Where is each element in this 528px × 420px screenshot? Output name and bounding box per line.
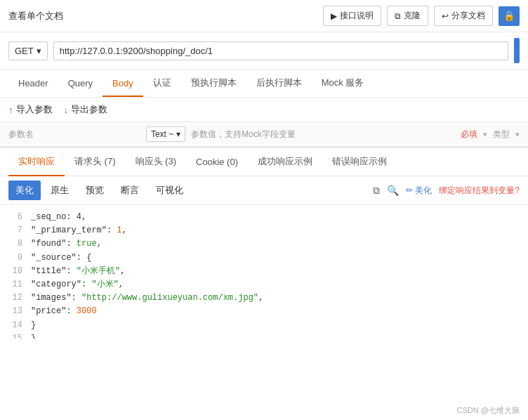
tab-query[interactable]: Query	[58, 71, 103, 97]
resp-action-icons: ⧉ 🔍 ✏ 美化 绑定响应结果到变量?	[373, 185, 520, 197]
code-line: 14}	[8, 319, 520, 332]
param-name-col: 参数名	[8, 129, 140, 140]
line-number: 9	[8, 251, 22, 265]
response-action-bar: 美化原生预览断言可视化 ⧉ 🔍 ✏ 美化 绑定响应结果到变量?	[0, 176, 528, 205]
tab-认证[interactable]: 认证	[143, 70, 181, 98]
clone-icon: ⧉	[395, 11, 401, 21]
api-doc-button[interactable]: ▶ 接口说明	[323, 6, 381, 26]
code-view: 6_seq_no: 4,7"_primary_term": 1,8"found"…	[0, 205, 528, 339]
code-line: 7"_primary_term": 1,	[8, 224, 520, 237]
url-bar: GET ▾	[0, 32, 528, 70]
line-number: 8	[8, 237, 22, 251]
line-content: "_source": {	[31, 251, 520, 265]
copy-icon[interactable]: ⧉	[373, 185, 380, 197]
search-icon[interactable]: 🔍	[387, 185, 399, 196]
view-tab-可视化[interactable]: 可视化	[149, 181, 190, 200]
line-number: 7	[8, 224, 22, 237]
param-value-col: 参数值，支持Mock字段变量	[191, 129, 455, 140]
resp-tab-请求头--7-[interactable]: 请求头 (7)	[65, 148, 126, 176]
resp-tab-响应头--3-[interactable]: 响应头 (3)	[126, 148, 187, 176]
param-type-select[interactable]: Text ~ ▾	[146, 126, 185, 142]
line-number: 12	[8, 291, 22, 305]
chevron-down-icon-2: ▾	[515, 130, 520, 139]
beautify-link[interactable]: ✏ 美化	[406, 185, 432, 197]
code-line: 9"_source": {	[8, 251, 520, 265]
code-line: 6_seq_no: 4,	[8, 211, 520, 224]
code-line: 13"price": 3000	[8, 305, 520, 318]
type-col: 类型	[493, 129, 510, 140]
share-button[interactable]: ↩ 分享文档	[434, 6, 493, 26]
line-content: "images": "http://www.gulixueyuan.com/xm…	[31, 291, 520, 305]
clone-button[interactable]: ⧉ 克隆	[387, 6, 428, 26]
code-line: 15}	[8, 332, 520, 339]
line-number: 13	[8, 305, 22, 318]
export-params-button[interactable]: ↓ 导出参数	[64, 103, 108, 116]
watermark: CSDN @七维大脑	[457, 405, 520, 416]
line-content: }	[31, 332, 520, 339]
tab-后执行脚本[interactable]: 后执行脚本	[246, 70, 312, 98]
params-header: 参数名 Text ~ ▾ 参数值，支持Mock字段变量 必填 ▾ 类型 ▾	[0, 122, 528, 147]
line-number: 14	[8, 319, 22, 332]
send-button[interactable]	[514, 38, 520, 63]
page-title: 查看单个文档	[8, 10, 63, 22]
code-line: 11"category": "小米",	[8, 278, 520, 291]
chevron-down-icon: ▾	[483, 130, 487, 139]
top-bar: 查看单个文档 ▶ 接口说明 ⧉ 克隆 ↩ 分享文档 🔒	[0, 0, 528, 32]
tab-预执行脚本[interactable]: 预执行脚本	[181, 70, 246, 98]
lock-button[interactable]: 🔒	[499, 6, 520, 26]
line-number: 11	[8, 278, 22, 291]
tab-mock-服务[interactable]: Mock 服务	[312, 70, 374, 98]
param-bar: ↑ 导入参数 ↓ 导出参数	[0, 98, 528, 122]
resp-tab-错误响应示例[interactable]: 错误响应示例	[322, 148, 397, 176]
tab-body[interactable]: Body	[103, 71, 143, 97]
line-content: "title": "小米手机",	[31, 265, 520, 278]
share-icon: ↩	[442, 11, 449, 21]
response-section: 实时响应请求头 (7)响应头 (3)Cookie (0)成功响应示例错误响应示例…	[0, 147, 528, 339]
play-icon: ▶	[331, 11, 337, 21]
bind-variable-link[interactable]: 绑定响应结果到变量?	[439, 185, 520, 197]
line-content: "price": 3000	[31, 305, 520, 318]
line-content: "found": true,	[31, 237, 520, 251]
import-params-button[interactable]: ↑ 导入参数	[8, 103, 53, 116]
code-line: 8"found": true,	[8, 237, 520, 251]
chevron-down-icon: ▾	[37, 46, 41, 56]
line-content: _seq_no: 4,	[31, 211, 520, 224]
line-content: "_primary_term": 1,	[31, 224, 520, 237]
lock-icon: 🔒	[503, 11, 515, 21]
top-actions: ▶ 接口说明 ⧉ 克隆 ↩ 分享文档 🔒	[323, 6, 520, 26]
code-line: 10"title": "小米手机",	[8, 265, 520, 278]
required-col: 必填	[461, 129, 477, 140]
code-line: 12"images": "http://www.gulixueyuan.com/…	[8, 291, 520, 305]
response-tabs: 实时响应请求头 (7)响应头 (3)Cookie (0)成功响应示例错误响应示例	[0, 148, 528, 176]
line-content: "category": "小米",	[31, 278, 520, 291]
arrow-up-icon: ↑	[8, 105, 13, 115]
line-number: 6	[8, 211, 22, 224]
resp-tab-实时响应[interactable]: 实时响应	[8, 148, 65, 176]
line-number: 10	[8, 265, 22, 278]
chevron-down-icon: ▾	[176, 129, 180, 139]
line-number: 15	[8, 332, 22, 339]
request-tabs: HeaderQueryBody认证预执行脚本后执行脚本Mock 服务	[0, 70, 528, 98]
url-input[interactable]	[53, 41, 508, 60]
line-content: }	[31, 319, 520, 332]
resp-tab-成功响应示例[interactable]: 成功响应示例	[248, 148, 322, 176]
tab-header[interactable]: Header	[8, 71, 58, 97]
arrow-down-icon: ↓	[64, 105, 69, 115]
resp-tab-Cookie--0-[interactable]: Cookie (0)	[186, 150, 248, 176]
view-tab-原生[interactable]: 原生	[44, 181, 76, 200]
view-tab-美化[interactable]: 美化	[8, 181, 41, 200]
view-tab-断言[interactable]: 断言	[114, 181, 146, 200]
method-select[interactable]: GET ▾	[8, 41, 48, 60]
view-tab-预览[interactable]: 预览	[79, 181, 111, 200]
